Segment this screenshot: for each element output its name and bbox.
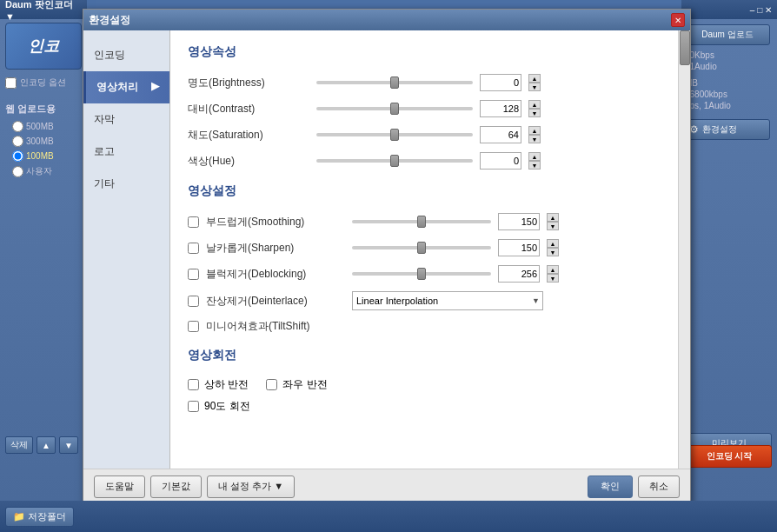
deblocking-spin-up[interactable]: ▲ — [547, 265, 559, 274]
deinterlace-checkbox[interactable] — [188, 296, 199, 307]
sharpen-value-input[interactable] — [498, 239, 540, 256]
radio-500mb[interactable]: 500MB — [5, 119, 82, 134]
smoothing-spin-down[interactable]: ▼ — [547, 222, 559, 230]
brightness-spin-up[interactable]: ▲ — [528, 74, 541, 83]
smoothing-slider-track[interactable] — [352, 220, 491, 223]
sidebar-item-subtitles[interactable]: 자막 — [83, 103, 169, 136]
contrast-spin-up[interactable]: ▲ — [528, 100, 541, 109]
deinterlace-dropdown[interactable]: Linear Interpolation Bob Weave Discard — [352, 291, 543, 310]
move-up-button[interactable]: ▲ — [37, 436, 56, 454]
hue-spin-down[interactable]: ▼ — [528, 161, 541, 170]
radio-input-custom[interactable] — [12, 166, 23, 177]
settings-dialog: 환경설정 ✕ 인코딩 영상처리 자막 로고 기타 — [83, 9, 691, 504]
move-down-button[interactable]: ▼ — [59, 436, 78, 454]
horizontal-flip-checkbox[interactable] — [266, 379, 277, 390]
settings-button[interactable]: ⚙ 환경설정 — [685, 119, 770, 140]
sharpen-checkbox[interactable] — [188, 243, 199, 254]
brightness-spin-down[interactable]: ▼ — [528, 83, 541, 91]
confirm-button[interactable]: 확인 — [588, 475, 633, 498]
brightness-slider-track[interactable] — [316, 81, 473, 84]
contrast-value-input[interactable] — [480, 100, 521, 117]
content-scrollbar[interactable] — [678, 30, 690, 469]
hue-spin-up[interactable]: ▲ — [528, 152, 541, 161]
saturation-row: 채도(Saturation) ▲ ▼ — [188, 126, 674, 143]
folder-icon: 📁 — [13, 511, 25, 522]
saturation-spin-buttons: ▲ ▼ — [528, 126, 541, 143]
sharpen-spin-buttons: ▲ ▼ — [547, 239, 559, 256]
deblocking-checkbox[interactable] — [188, 269, 199, 280]
tiltshift-row: 미니어쳐효과(TiltShift) — [188, 319, 674, 334]
rotate-90-label: 90도 회전 — [204, 399, 250, 414]
brightness-value-input[interactable] — [480, 74, 521, 91]
smoothing-slider-thumb[interactable] — [417, 216, 426, 228]
sidebar-label-encoding: 인코딩 — [94, 49, 125, 61]
encoding-checkbox-1[interactable] — [5, 77, 17, 89]
saturation-slider-thumb[interactable] — [390, 129, 399, 141]
smoothing-row: 부드럽게(Smoothing) ▲ ▼ — [188, 213, 674, 230]
hue-value-input[interactable] — [480, 152, 521, 170]
sidebar-item-video-processing[interactable]: 영상처리 — [83, 71, 169, 103]
hue-slider-track[interactable] — [316, 159, 473, 163]
saturation-spin-up[interactable]: ▲ — [528, 126, 541, 135]
radio-label-custom: 사용자 — [26, 165, 52, 177]
rotate-90-checkbox[interactable] — [188, 401, 199, 412]
brightness-slider-thumb[interactable] — [390, 76, 399, 89]
dialog-titlebar: 환경설정 ✕ — [83, 10, 690, 30]
contrast-slider-track[interactable] — [316, 107, 473, 110]
sidebar-label-video-processing: 영상처리 — [96, 81, 138, 93]
help-button[interactable]: 도움말 — [94, 475, 145, 498]
smoothing-spin-up[interactable]: ▲ — [547, 213, 559, 222]
encoding-option-item-1: 인코딩 옵션 — [5, 76, 82, 89]
taskbar-folder-button[interactable]: 📁 저장폴더 — [5, 507, 74, 527]
encode-start-button[interactable]: 인코딩 시작 — [687, 445, 772, 468]
contrast-slider-thumb[interactable] — [390, 103, 399, 115]
deblocking-slider-thumb[interactable] — [417, 268, 426, 280]
smoothing-label: 부드럽게(Smoothing) — [206, 215, 345, 229]
sharpen-spin-down[interactable]: ▼ — [547, 248, 559, 256]
add-setting-button[interactable]: 내 설정 추가 ▼ — [207, 475, 295, 498]
hue-spin-buttons: ▲ ▼ — [528, 152, 541, 170]
smoothing-value-input[interactable] — [498, 213, 540, 230]
hue-slider-thumb[interactable] — [390, 155, 399, 167]
saturation-value-input[interactable] — [480, 126, 521, 143]
sidebar-item-encoding[interactable]: 인코딩 — [83, 39, 169, 71]
deblocking-spin-down[interactable]: ▼ — [547, 274, 559, 283]
radio-100mb[interactable]: 100MB — [5, 149, 82, 163]
sharpen-spin-up[interactable]: ▲ — [547, 239, 559, 248]
taskbar: 📁 저장폴더 — [0, 501, 777, 532]
radio-custom[interactable]: 사용자 — [5, 163, 82, 179]
radio-300mb[interactable]: 300MB — [5, 134, 82, 149]
delete-button[interactable]: 삭제 — [5, 436, 33, 454]
dialog-body: 인코딩 영상처리 자막 로고 기타 영상속성 명도(Brightnes — [83, 30, 690, 469]
scrollbar-thumb[interactable] — [680, 30, 690, 65]
sharpen-slider-thumb[interactable] — [417, 242, 426, 254]
radio-input-500mb[interactable] — [12, 121, 23, 132]
smoothing-checkbox[interactable] — [188, 216, 199, 228]
list-controls: 삭제 ▲ ▼ — [0, 433, 87, 457]
radio-input-300mb[interactable] — [12, 136, 23, 147]
saturation-slider-track[interactable] — [316, 133, 473, 136]
dialog-close-button[interactable]: ✕ — [671, 13, 685, 27]
deblocking-value-input[interactable] — [498, 265, 540, 283]
horizontal-flip-group: 좌우 반전 — [266, 377, 327, 392]
encode-btn-container: 인코딩 시작 — [681, 445, 777, 468]
sidebar-item-logo[interactable]: 로고 — [83, 136, 169, 168]
contrast-spin-down[interactable]: ▼ — [528, 109, 541, 117]
radio-input-100mb[interactable] — [12, 150, 23, 162]
deblocking-spin-buttons: ▲ ▼ — [547, 265, 559, 283]
daum-upload-button[interactable]: Daum 업로드 — [685, 24, 770, 45]
add-setting-label: 내 설정 추가 ▼ — [218, 480, 283, 493]
app-tab-label[interactable]: Daum 팟인코더 ▼ — [5, 0, 82, 22]
vertical-flip-checkbox[interactable] — [188, 379, 199, 390]
radio-label-300mb: 300MB — [26, 136, 54, 146]
deblocking-label: 블럭제거(Deblocking) — [206, 267, 345, 282]
tiltshift-checkbox[interactable] — [188, 321, 199, 332]
cancel-button[interactable]: 취소 — [638, 475, 680, 498]
default-button[interactable]: 기본값 — [150, 475, 202, 498]
sharpen-slider-track[interactable] — [352, 246, 491, 249]
radio-label-100mb: 100MB — [26, 151, 54, 161]
deblocking-slider-track[interactable] — [352, 272, 491, 276]
brightness-spin-buttons: ▲ ▼ — [528, 74, 541, 91]
saturation-spin-down[interactable]: ▼ — [528, 135, 541, 143]
sidebar-item-other[interactable]: 기타 — [83, 168, 169, 200]
